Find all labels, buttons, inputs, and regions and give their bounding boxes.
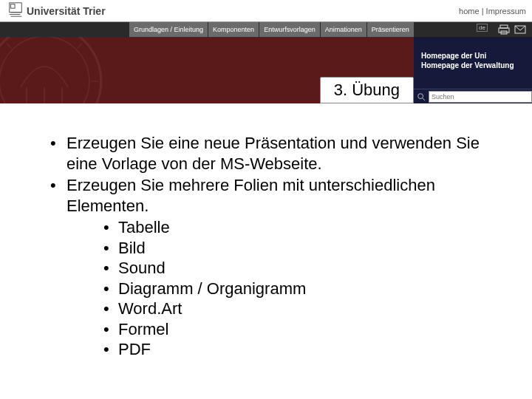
svg-point-22 bbox=[418, 93, 423, 98]
link-separator: | bbox=[480, 7, 486, 16]
svg-line-18 bbox=[7, 44, 11, 48]
nav-icons bbox=[498, 22, 526, 37]
svg-rect-5 bbox=[500, 25, 508, 28]
homepage-verwaltung-link[interactable]: Homepage der Verwaltung bbox=[421, 61, 526, 69]
search-row bbox=[414, 89, 532, 103]
list-item: Erzeugen Sie mehrere Folien mit untersch… bbox=[50, 175, 495, 216]
list-item: Formel bbox=[103, 319, 495, 340]
list-item: Tabelle bbox=[103, 217, 495, 238]
home-link[interactable]: home bbox=[459, 7, 480, 16]
list-item: Diagramm / Organigramm bbox=[103, 279, 495, 299]
print-icon[interactable] bbox=[498, 24, 510, 35]
nav-item-praesentieren[interactable]: Präsentieren bbox=[367, 22, 415, 37]
mail-icon[interactable] bbox=[514, 24, 526, 35]
list-item: Sound bbox=[103, 258, 495, 279]
list-item: Word.Art bbox=[103, 299, 495, 319]
banner-right: Homepage der Uni Homepage der Verwaltung bbox=[414, 37, 532, 103]
nav-item-komponenten[interactable]: Komponenten bbox=[208, 22, 259, 37]
svg-line-23 bbox=[423, 98, 425, 100]
slide-content: Erzeugen Sie eine neue Präsentation und … bbox=[0, 103, 532, 360]
logo-icon bbox=[7, 1, 24, 20]
svg-rect-1 bbox=[11, 4, 15, 9]
homepage-uni-link[interactable]: Homepage der Uni bbox=[421, 52, 526, 60]
nav-item-animationen[interactable]: Animationen bbox=[321, 22, 367, 37]
list-item: Bild bbox=[103, 238, 495, 259]
logo-text: Universität Trier bbox=[27, 5, 106, 17]
university-seal-icon bbox=[0, 37, 103, 103]
sub-bullet-list: Tabelle Bild Sound Diagramm / Organigram… bbox=[50, 217, 495, 360]
banner-left: 3. Übung bbox=[0, 37, 414, 103]
slide-title: 3. Übung bbox=[320, 77, 414, 103]
nav-spacer bbox=[0, 22, 129, 37]
search-input[interactable] bbox=[429, 91, 532, 103]
svg-line-21 bbox=[78, 44, 82, 48]
nav-row: Grundlagen / Einleitung Komponenten Entw… bbox=[0, 22, 532, 37]
nav-item-entwurfsvorlagen[interactable]: Entwurfsvorlagen bbox=[259, 22, 321, 37]
banner: 3. Übung Homepage der Uni Homepage der V… bbox=[0, 37, 532, 103]
impressum-link[interactable]: Impressum bbox=[486, 7, 526, 16]
svg-rect-6 bbox=[499, 28, 509, 33]
language-toggle[interactable]: de bbox=[477, 24, 488, 32]
list-item: Erzeugen Sie eine neue Präsentation und … bbox=[50, 133, 495, 174]
top-links: home | Impressum bbox=[459, 7, 526, 16]
nav-item-grundlagen[interactable]: Grundlagen / Einleitung bbox=[129, 22, 208, 37]
list-item: PDF bbox=[103, 339, 495, 360]
university-logo: Universität Trier bbox=[7, 1, 106, 20]
search-icon[interactable] bbox=[414, 89, 429, 104]
top-strip: Universität Trier home | Impressum bbox=[0, 0, 532, 22]
bullet-list: Erzeugen Sie eine neue Präsentation und … bbox=[50, 133, 495, 216]
